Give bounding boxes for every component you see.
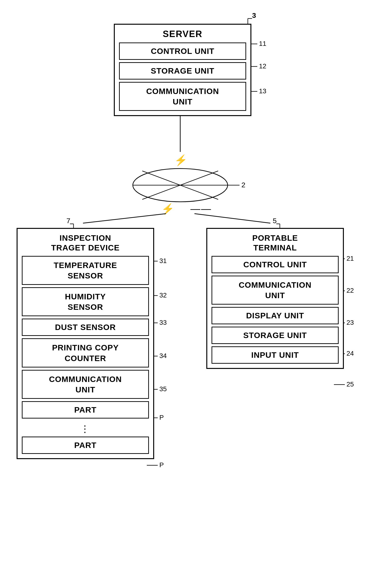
svg-text:⸻⸻: ⸻⸻ xyxy=(190,203,211,215)
part-box-1: PART xyxy=(22,401,149,419)
svg-text:P: P xyxy=(159,461,164,469)
inspection-title: INSPECTIONTRAGET DEVICE xyxy=(22,233,149,253)
svg-text:7: 7 xyxy=(66,217,70,224)
part-box-2: PART xyxy=(22,436,149,454)
dots-separator: ⋮ xyxy=(22,421,149,436)
server-title: SERVER xyxy=(119,29,246,39)
svg-line-19 xyxy=(83,214,166,223)
diagram-container: 3 11 12 13 ⚡ 2 ⚡ ⸻⸻ xyxy=(0,0,392,579)
svg-point-11 xyxy=(133,169,228,202)
input-unit: INPUT UNIT xyxy=(212,346,339,364)
portable-control-unit: CONTROL UNIT xyxy=(212,256,339,273)
display-unit: DISPLAY UNIT xyxy=(212,307,339,324)
svg-text:11: 11 xyxy=(259,40,266,47)
svg-line-20 xyxy=(194,214,270,223)
portable-communication-unit: COMMUNICATIONUNIT xyxy=(212,276,339,305)
svg-text:25: 25 xyxy=(346,380,354,388)
svg-text:12: 12 xyxy=(259,63,266,70)
server-communication-unit: COMMUNICATIONUNIT xyxy=(119,82,246,111)
svg-line-13 xyxy=(142,171,218,199)
portable-box: PORTABLETERMINAL CONTROL UNIT COMMUNICAT… xyxy=(206,228,344,369)
svg-text:2: 2 xyxy=(241,181,245,189)
dust-sensor: DUST SENSOR xyxy=(22,319,149,336)
inspection-box: INSPECTIONTRAGET DEVICE TEMPERATURESENSO… xyxy=(17,228,154,459)
printing-copy-counter: PRINTING COPYCOUNTER xyxy=(22,338,149,367)
svg-text:21: 21 xyxy=(346,255,354,262)
server-control-unit: CONTROL UNIT xyxy=(119,43,246,60)
humidity-sensor: HUMIDITYSENSOR xyxy=(22,287,149,316)
svg-text:P: P xyxy=(159,414,164,421)
svg-text:34: 34 xyxy=(159,352,167,360)
server-box: SERVER CONTROL UNIT STORAGE UNIT COMMUNI… xyxy=(114,24,251,116)
svg-text:13: 13 xyxy=(259,87,266,95)
portable-title: PORTABLETERMINAL xyxy=(212,233,339,253)
svg-text:32: 32 xyxy=(159,291,167,299)
inspection-communication-unit: COMMUNICATIONUNIT xyxy=(22,370,149,399)
svg-text:35: 35 xyxy=(159,385,167,393)
server-storage-unit: STORAGE UNIT xyxy=(119,62,246,79)
svg-line-14 xyxy=(142,171,218,199)
svg-text:⚡: ⚡ xyxy=(174,154,187,166)
svg-text:5: 5 xyxy=(273,217,277,224)
svg-text:22: 22 xyxy=(346,287,354,294)
portable-storage-unit: STORAGE UNIT xyxy=(212,327,339,344)
svg-text:31: 31 xyxy=(159,257,167,264)
temperature-sensor: TEMPERATURESENSOR xyxy=(22,256,149,285)
svg-text:24: 24 xyxy=(346,350,354,357)
svg-text:33: 33 xyxy=(159,319,167,326)
svg-text:⚡: ⚡ xyxy=(161,203,174,215)
svg-text:23: 23 xyxy=(346,319,354,326)
svg-text:3: 3 xyxy=(252,11,256,19)
